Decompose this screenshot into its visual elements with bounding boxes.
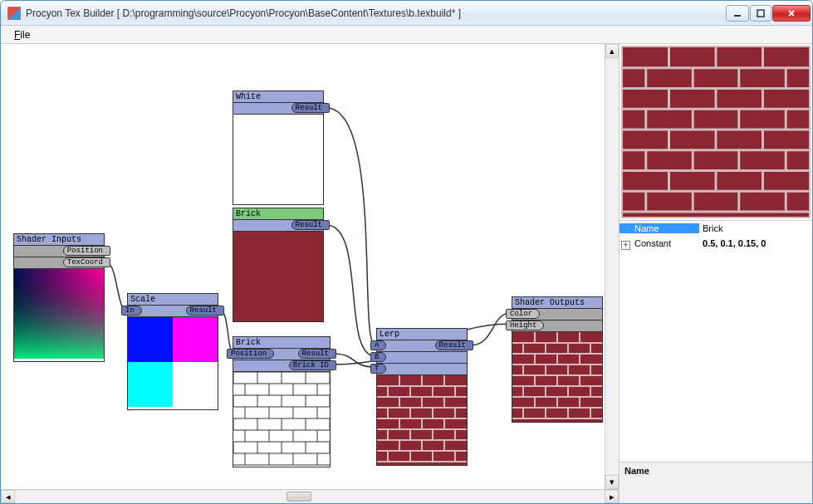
main-area: Shader Inputs Position TexCoord [1,44,812,503]
node-preview [233,115,323,204]
vertical-scrollbar[interactable]: ▴ ▾ [605,44,619,489]
scroll-right-button[interactable]: ▸ [605,490,619,503]
node-title: Brick [233,208,323,220]
horizontal-scrollbar[interactable]: ◂ ▸ [1,489,619,503]
brick-preview-image [621,46,811,218]
scroll-thumb[interactable] [287,492,311,502]
canvas-wrap: Shader Inputs Position TexCoord [1,44,620,503]
node-canvas[interactable]: Shader Inputs Position TexCoord [1,44,619,503]
node-title: White [233,91,323,103]
port-result-out[interactable]: Result [298,349,336,359]
port-b-in[interactable]: B [370,352,386,362]
node-preview [233,232,323,321]
scroll-track[interactable] [15,490,605,503]
node-title: Lerp [377,329,467,340]
port-row: In Result [128,306,218,317]
node-preview [512,332,602,422]
node-brick-color[interactable]: Brick Result [233,208,324,322]
menubar: File [1,26,812,44]
svg-rect-4 [128,317,173,362]
property-value[interactable]: 0.5, 0.1, 0.15, 0 [699,238,812,248]
port-position-in[interactable]: Position [227,349,274,359]
port-position-out[interactable]: Position [63,246,110,256]
window-title: Procyon Tex Builder [ D:\programming\sou… [26,7,725,19]
node-title: Brick [233,337,330,349]
port-t-in[interactable]: T [370,364,386,374]
expand-icon[interactable]: + [621,241,630,250]
scroll-left-button[interactable]: ◂ [1,490,15,503]
port-row: Color [512,309,602,321]
port-row: Position Result [233,349,330,360]
node-white[interactable]: White Result [233,91,324,205]
port-texcoord-out[interactable]: TexCoord [63,257,110,267]
svg-rect-7 [173,362,218,407]
titlebar[interactable]: Procyon Tex Builder [ D:\programming\sou… [1,1,812,26]
node-shader-inputs[interactable]: Shader Inputs Position TexCoord [13,233,105,362]
description-pane: Name [620,462,812,503]
node-shader-outputs[interactable]: Shader Outputs Color Height [512,296,603,423]
port-row: B [377,352,467,364]
svg-rect-6 [128,362,173,407]
node-brick-pattern[interactable]: Brick Position Result Brick ID [233,336,331,467]
property-value[interactable]: Brick [699,223,812,233]
svg-rect-0 [734,15,741,17]
scroll-up-button[interactable]: ▴ [605,44,619,58]
port-row: Brick ID [233,360,330,372]
node-preview [14,269,104,359]
menu-file[interactable]: File [7,27,37,42]
port-height-in[interactable]: Height [506,321,544,330]
svg-rect-3 [14,269,104,359]
port-row: T [377,364,467,375]
port-a-in[interactable]: A [370,340,386,350]
node-title: Scale [128,294,218,306]
node-lerp[interactable]: Lerp A Result B T [376,328,468,466]
svg-rect-1 [757,10,764,17]
close-button[interactable] [772,5,811,22]
property-row-name[interactable]: Name Brick [620,221,812,236]
port-row: Result [233,103,323,115]
port-result-out[interactable]: Result [291,103,330,113]
output-preview [620,44,812,220]
node-preview [377,375,467,465]
port-row: Result [233,220,323,232]
property-grid[interactable]: Name Brick + Constant 0.5, 0.1, 0.15, 0 [620,220,812,462]
port-brickid-out[interactable]: Brick ID [289,360,336,370]
port-row: Position [14,246,104,257]
scroll-down-button[interactable]: ▾ [605,475,619,489]
port-result-out[interactable]: Result [291,220,330,230]
port-color-in[interactable]: Color [506,309,540,319]
node-preview [233,372,330,467]
maximize-button[interactable] [750,5,771,22]
port-row: A Result [377,340,467,352]
app-icon [7,7,21,20]
node-title: Shader Inputs [14,234,104,246]
port-result-out[interactable]: Result [435,340,473,350]
node-preview [128,317,218,407]
side-panel: Name Brick + Constant 0.5, 0.1, 0.15, 0 … [620,44,812,503]
property-label: + Constant [620,238,699,248]
port-in[interactable]: In [121,306,142,316]
svg-rect-5 [173,317,218,362]
port-result-out[interactable]: Result [186,306,224,316]
port-row: TexCoord [14,257,104,269]
property-label: Name [620,223,699,233]
window-buttons [725,5,811,22]
app-window: Procyon Tex Builder [ D:\programming\sou… [0,0,813,504]
minimize-button[interactable] [726,5,749,22]
port-row: Height [512,321,602,332]
property-row-constant[interactable]: + Constant 0.5, 0.1, 0.15, 0 [620,236,812,251]
node-title: Shader Outputs [512,297,602,309]
description-header: Name [624,466,807,476]
node-scale[interactable]: Scale In Result [127,293,218,410]
